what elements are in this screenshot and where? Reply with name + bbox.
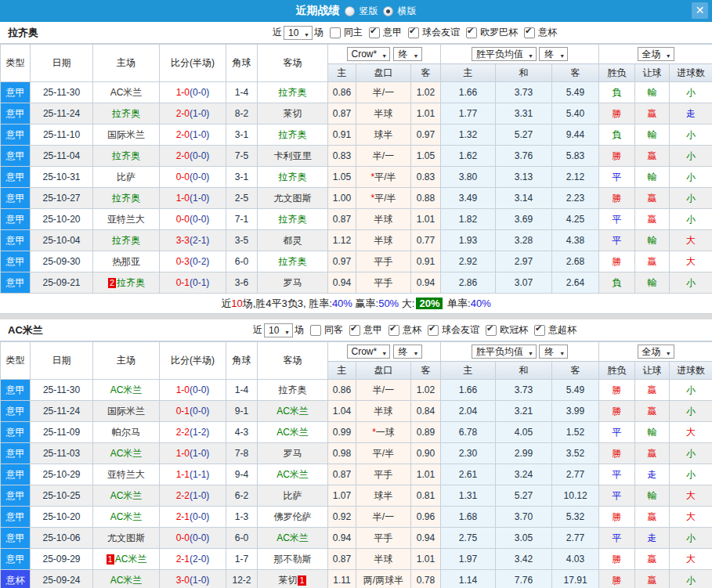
team-name: AC米兰	[0, 323, 117, 337]
handicap-result: 走	[635, 528, 670, 549]
goals-result: 小	[670, 528, 712, 549]
away-team-cell: 罗马	[258, 443, 328, 464]
scope-select[interactable]: 全场	[638, 47, 674, 61]
odds-company-select[interactable]: Crow*	[347, 47, 391, 61]
final-avg-select[interactable]: 终	[539, 345, 568, 359]
goals-result: 大	[670, 230, 712, 251]
league-checkbox[interactable]	[369, 27, 380, 38]
same-away-checkbox[interactable]	[310, 325, 321, 336]
away-team: 拉齐奥	[279, 384, 307, 395]
league-label[interactable]: 意杯	[538, 26, 557, 39]
match-count-select[interactable]: 10	[284, 26, 313, 40]
handicap-text: 平/半	[374, 193, 396, 204]
league-label[interactable]: 欧冠杯	[500, 323, 528, 337]
same-away-label[interactable]: 同客	[324, 323, 343, 337]
league-label[interactable]: 球会友谊	[422, 26, 460, 39]
final-odds-select[interactable]: 终	[393, 47, 422, 61]
away-team: 佛罗伦萨	[274, 511, 312, 522]
near-label: 近	[273, 26, 282, 39]
half-score: (0-0)	[190, 214, 209, 225]
score-cell: 1-0(0-0)	[160, 380, 226, 401]
league-label[interactable]: 意超杯	[548, 323, 576, 337]
avg-draw-odds: 4.05	[496, 422, 552, 443]
same-home-label[interactable]: 同主	[344, 26, 363, 39]
col-avg-away: 客	[552, 64, 599, 82]
match-date: 25-10-29	[31, 464, 93, 485]
same-home-checkbox[interactable]	[330, 27, 341, 38]
avg-draw-odds: 3.05	[496, 528, 552, 549]
away-team: AC米兰	[276, 406, 309, 417]
win-lose-result: 平	[599, 230, 635, 251]
league-label[interactable]: 意甲	[363, 323, 382, 337]
league-badge: 意杯	[1, 570, 31, 588]
league-checkbox[interactable]	[466, 27, 477, 38]
win-lose-result: 勝	[599, 251, 635, 272]
horizontal-layout-radio[interactable]	[383, 6, 393, 16]
handicap-line: 半球	[356, 209, 411, 230]
avg-draw-odds: 3.42	[496, 549, 552, 570]
final-odds-select[interactable]: 终	[393, 345, 422, 359]
league-label[interactable]: 欧罗巴杯	[480, 26, 518, 39]
handicap-home-odds: 0.87	[328, 209, 356, 230]
handicap-home-odds: 0.98	[328, 443, 356, 464]
avg-draw-odds: 7.76	[496, 570, 552, 588]
match-count-select[interactable]: 10	[264, 323, 293, 337]
league-checkbox[interactable]	[534, 325, 545, 336]
match-date: 25-11-03	[31, 443, 93, 464]
avg-odds-select[interactable]: 胜平负均值	[472, 47, 537, 61]
league-checkbox[interactable]	[524, 27, 535, 38]
col-avg-home: 主	[441, 64, 496, 82]
league-label[interactable]: 球会友谊	[442, 323, 479, 337]
score-cell: 1-0(1-0)	[160, 443, 226, 464]
col-home: 主场	[93, 45, 160, 82]
full-score: 2-0	[176, 150, 190, 161]
home-team-cell: 1AC米兰	[93, 549, 160, 570]
horizontal-layout-label[interactable]: 横版	[398, 5, 417, 18]
goals-result: 小	[670, 82, 712, 103]
away-team: 莱切	[284, 108, 302, 119]
handicap-text: 半/一	[373, 511, 394, 522]
vertical-layout-radio[interactable]	[345, 6, 355, 16]
goals-result: 小	[670, 380, 712, 401]
col-avg-draw: 和	[496, 362, 552, 380]
match-row: 意杯 25-09-24 AC米兰 3-0(1-0) 12-2 莱切1 1.11 …	[1, 570, 712, 588]
avg-away-odds: 2.77	[552, 464, 599, 485]
win-lose-result: 平	[599, 528, 635, 549]
scope-header: 全场	[599, 45, 712, 64]
avg-away-odds: 2.12	[552, 167, 599, 188]
half-score: (1-0)	[190, 193, 209, 204]
win-lose-result: 勝	[599, 401, 635, 422]
league-checkbox[interactable]	[389, 325, 399, 336]
match-date: 25-11-09	[31, 422, 93, 443]
goals-result: 大	[670, 251, 712, 272]
handicap-home-odds: 0.92	[328, 507, 356, 528]
win-lose-result: 勝	[599, 507, 635, 528]
home-team: AC米兰	[110, 87, 143, 98]
vertical-layout-label[interactable]: 竖版	[360, 5, 378, 18]
league-checkbox[interactable]	[428, 325, 439, 336]
away-team-cell: 都灵	[258, 230, 328, 251]
final-avg-select[interactable]: 终	[539, 47, 568, 61]
corner-score: 7-5	[226, 146, 258, 167]
corner-score: 1-7	[226, 549, 258, 570]
league-checkbox[interactable]	[408, 27, 419, 38]
handicap-line: 半球	[356, 401, 411, 422]
avg-odds-select[interactable]: 胜平负均值	[472, 345, 537, 359]
league-checkbox[interactable]	[349, 325, 360, 336]
close-icon[interactable]: ✕	[692, 2, 708, 19]
goals-result: 小	[670, 272, 712, 294]
match-row: 意甲 25-11-24 拉齐奥 2-0(1-0) 8-2 莱切 0.87 半球 …	[1, 103, 712, 124]
odds-company-select[interactable]: Crow*	[347, 345, 391, 359]
full-score: 2-0	[176, 108, 190, 119]
half-score: (1-2)	[190, 427, 209, 438]
scope-select[interactable]: 全场	[638, 345, 674, 359]
summary-segment: 大:	[399, 297, 414, 311]
league-label[interactable]: 意甲	[383, 26, 402, 39]
handicap-home-odds: 1.00	[328, 188, 356, 209]
league-checkbox[interactable]	[486, 325, 497, 336]
league-label[interactable]: 意杯	[403, 323, 421, 337]
away-team: AC米兰	[276, 427, 309, 438]
avg-draw-odds: 3.73	[496, 380, 552, 401]
handicap-home-odds: 0.91	[328, 124, 356, 146]
handicap-result: 走	[635, 464, 670, 485]
